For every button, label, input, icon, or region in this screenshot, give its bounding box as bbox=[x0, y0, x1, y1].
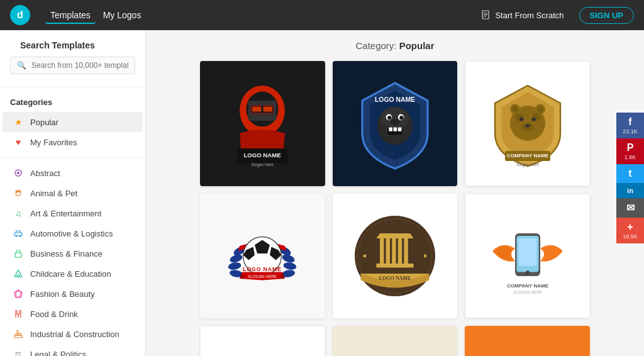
svg-rect-15 bbox=[17, 275, 19, 277]
category-item-business[interactable]: Business & Finance bbox=[3, 243, 143, 264]
category-item-childcare[interactable]: Childcare & Education bbox=[3, 264, 143, 284]
industrial-icon bbox=[13, 328, 24, 340]
svg-rect-24 bbox=[19, 333, 21, 335]
search-box: 🔍 bbox=[10, 57, 135, 74]
star-icon: ★ bbox=[13, 116, 24, 128]
plus-share-button[interactable]: + 19.5K bbox=[616, 218, 644, 243]
logo-card-4[interactable]: LOGO NAME SLOGAN HERE bbox=[200, 194, 325, 319]
twitter-share-button[interactable]: t bbox=[616, 164, 644, 183]
svg-rect-23 bbox=[16, 333, 18, 335]
logo-card-9[interactable] bbox=[465, 326, 590, 356]
art-icon: ♫ bbox=[13, 208, 24, 219]
svg-point-41 bbox=[399, 116, 403, 120]
svg-text:Slogan Here: Slogan Here bbox=[516, 162, 539, 167]
svg-point-56 bbox=[531, 118, 535, 121]
svg-rect-22 bbox=[14, 335, 22, 338]
svg-text:LOGO NAME: LOGO NAME bbox=[375, 97, 415, 104]
svg-text:LOGO NAME: LOGO NAME bbox=[244, 152, 282, 159]
category-label-childcare: Childcare & Education bbox=[30, 269, 111, 279]
category-item-automotive[interactable]: Automotive & Logistics bbox=[3, 223, 143, 243]
category-label-industrial: Industrial & Construction bbox=[30, 330, 119, 339]
svg-rect-46 bbox=[398, 128, 402, 131]
start-from-scratch-button[interactable]: Start From Scratch bbox=[481, 10, 564, 20]
svg-marker-14 bbox=[14, 270, 22, 277]
divider bbox=[0, 87, 145, 87]
header: d Templates My Logos Start From Scratch … bbox=[0, 0, 644, 30]
svg-rect-78 bbox=[380, 238, 384, 264]
svg-text:SLOGAN HERE: SLOGAN HERE bbox=[248, 274, 277, 279]
fashion-icon bbox=[13, 288, 24, 299]
category-heading: Category: Popular bbox=[158, 40, 631, 51]
linkedin-share-button[interactable]: in bbox=[616, 183, 644, 198]
search-input[interactable] bbox=[31, 61, 128, 70]
facebook-icon: f bbox=[628, 116, 631, 128]
pinterest-icon: P bbox=[627, 142, 634, 153]
svg-point-54 bbox=[537, 106, 543, 113]
heart-icon: ♥ bbox=[13, 136, 24, 148]
main-layout: Search Templates 🔍 Categories ★ Popular … bbox=[0, 30, 644, 356]
nav-my-logos[interactable]: My Logos bbox=[98, 8, 147, 23]
email-icon: ✉ bbox=[626, 202, 635, 214]
svg-text:COMPANY NAME: COMPANY NAME bbox=[507, 153, 549, 159]
svg-point-87 bbox=[424, 255, 427, 258]
childcare-icon bbox=[13, 268, 24, 279]
category-label-legal: Legal & Politics bbox=[30, 350, 86, 357]
category-label-automotive: Automotive & Logistics bbox=[30, 229, 113, 238]
category-label-abstract: Abstract bbox=[30, 169, 60, 178]
abstract-icon bbox=[13, 167, 24, 179]
pinterest-share-button[interactable]: P 1.8K bbox=[616, 138, 644, 164]
search-section-title: Search Templates bbox=[10, 40, 135, 57]
signup-button[interactable]: SIGN UP bbox=[579, 7, 634, 24]
automotive-icon bbox=[13, 228, 24, 239]
facebook-share-button[interactable]: f 23.1K bbox=[616, 113, 644, 138]
logo-card-8[interactable] bbox=[333, 326, 458, 356]
svg-point-67 bbox=[282, 253, 295, 264]
logo-card-6[interactable]: COMPANY NAME SLOGAN HERE bbox=[465, 194, 590, 319]
nav-templates[interactable]: Templates bbox=[45, 8, 96, 24]
category-item-legal[interactable]: ⚖ Legal & Politics bbox=[3, 344, 143, 356]
logo-card-5[interactable]: LOGO NAME bbox=[333, 194, 458, 319]
svg-rect-45 bbox=[394, 128, 397, 131]
svg-rect-90 bbox=[518, 238, 536, 266]
social-sidebar: f 23.1K P 1.8K t in ✉ + 19.5K bbox=[616, 113, 644, 243]
logo-card-2[interactable]: LOGO NAME bbox=[333, 61, 458, 186]
category-label-food: Food & Drink bbox=[30, 309, 78, 319]
svg-text:LOGO NAME: LOGO NAME bbox=[379, 275, 411, 281]
svg-point-40 bbox=[387, 116, 391, 120]
category-item-popular[interactable]: ★ Popular bbox=[3, 112, 143, 132]
linkedin-icon: in bbox=[627, 187, 633, 194]
svg-point-52 bbox=[512, 106, 518, 113]
category-item-animal[interactable]: Animal & Pet bbox=[3, 183, 143, 203]
category-item-abstract[interactable]: Abstract bbox=[3, 163, 143, 183]
svg-point-8 bbox=[19, 191, 21, 192]
plus-icon: + bbox=[627, 221, 633, 233]
svg-point-64 bbox=[228, 262, 242, 270]
svg-point-9 bbox=[18, 190, 19, 192]
category-name: Popular bbox=[399, 40, 435, 51]
svg-point-86 bbox=[364, 255, 367, 258]
svg-rect-13 bbox=[15, 253, 21, 257]
category-item-art[interactable]: ♫ Art & Entertainment bbox=[3, 203, 143, 223]
svg-rect-32 bbox=[264, 107, 272, 112]
svg-rect-81 bbox=[398, 238, 402, 264]
category-item-industrial[interactable]: Industrial & Construction bbox=[3, 324, 143, 344]
categories-title: Categories bbox=[0, 92, 145, 112]
category-item-food[interactable]: Food & Drink bbox=[3, 304, 143, 324]
food-icon bbox=[13, 308, 24, 320]
category-item-favorites[interactable]: ♥ My Favorites bbox=[3, 132, 143, 152]
twitter-icon: t bbox=[628, 168, 631, 179]
email-share-button[interactable]: ✉ bbox=[616, 198, 644, 218]
svg-text:COMPANY NAME: COMPANY NAME bbox=[507, 283, 549, 289]
category-item-fashion[interactable]: Fashion & Beauty bbox=[3, 284, 143, 304]
svg-text:SLOGAN HERE: SLOGAN HERE bbox=[513, 290, 542, 294]
svg-point-63 bbox=[230, 253, 243, 264]
animal-icon bbox=[13, 187, 24, 199]
logo-card-3[interactable]: COMPANY NAME Slogan Here bbox=[465, 61, 590, 186]
logo-icon[interactable]: d bbox=[10, 5, 30, 25]
svg-text:Slogan Here: Slogan Here bbox=[252, 162, 274, 167]
svg-point-58 bbox=[525, 125, 530, 128]
logo-card-7[interactable] bbox=[200, 326, 325, 356]
business-icon bbox=[13, 248, 24, 259]
svg-point-55 bbox=[519, 118, 523, 121]
logo-card-1[interactable]: LOGO NAME Slogan Here bbox=[200, 61, 325, 186]
